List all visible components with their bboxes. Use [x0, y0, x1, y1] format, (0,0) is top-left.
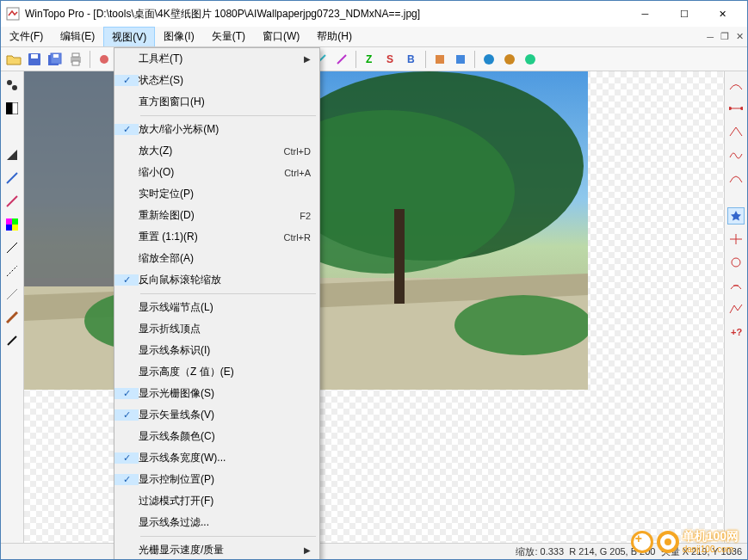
menu-item[interactable]: 缩放全部(A)	[114, 248, 319, 269]
svg-point-24	[12, 85, 17, 90]
lt-wedge-icon[interactable]	[3, 146, 21, 163]
shortcut-label: Ctrl+R	[284, 232, 311, 243]
menu-vector[interactable]: 矢量(T)	[203, 27, 254, 46]
lt-colors-icon[interactable]	[3, 216, 21, 233]
menu-item[interactable]: 过滤模式打开(F)	[114, 490, 319, 512]
cc1-icon[interactable]	[479, 50, 498, 69]
lt-line1-icon[interactable]	[3, 239, 21, 256]
cc3-icon[interactable]	[521, 50, 540, 69]
rt-v2-icon[interactable]	[727, 100, 745, 117]
rt-v8-icon[interactable]	[727, 277, 745, 294]
lt-dot-icon[interactable]	[3, 77, 21, 94]
menu-item[interactable]: 工具栏(T)▶	[114, 48, 319, 70]
menu-item[interactable]: 显示线条颜色(C)	[114, 426, 319, 447]
rt-v1-icon[interactable]	[727, 77, 745, 94]
menu-item[interactable]: 显示高度（Z 值）(E)	[114, 361, 319, 383]
svg-rect-8	[72, 61, 79, 65]
rt-v3-icon[interactable]	[727, 123, 745, 140]
watermark: 单机100网 danji100.com	[631, 529, 739, 554]
menu-item[interactable]: 显示折线顶点	[114, 318, 319, 340]
lt-line2-icon[interactable]	[3, 262, 21, 280]
rt-star-icon[interactable]	[727, 207, 745, 225]
svg-rect-18	[436, 55, 444, 64]
saveall-icon[interactable]	[46, 50, 65, 69]
menu-item[interactable]: ✓状态栏(S)	[114, 70, 319, 91]
menu-item-label: 工具栏(T)	[139, 52, 302, 66]
svg-point-37	[454, 295, 588, 355]
menu-item-label: 显示线条颜色(C)	[139, 429, 311, 444]
save-icon[interactable]	[25, 50, 44, 69]
menu-item[interactable]: 光栅显示速度/质量▶	[114, 539, 319, 560]
svg-point-22	[525, 54, 535, 65]
rt-help-icon[interactable]: +?	[727, 323, 745, 341]
menu-item-label: 反向鼠标滚轮缩放	[139, 273, 311, 287]
menu-item[interactable]: 显示线条过滤...	[114, 512, 319, 533]
lt-brush-icon[interactable]	[3, 309, 21, 326]
svg-rect-26	[12, 102, 18, 114]
mdi-close-icon[interactable]: ✕	[736, 31, 744, 42]
rt-v7-icon[interactable]	[727, 254, 745, 271]
menu-item[interactable]: 显示线端节点(L)	[114, 297, 319, 318]
menu-item[interactable]: 放大(Z)Ctrl+D	[114, 140, 319, 162]
submenu-arrow-icon: ▶	[302, 54, 311, 64]
mdi-minimize-icon[interactable]: ─	[707, 32, 714, 42]
lt-line3-icon[interactable]	[3, 286, 21, 303]
lt-slash2-icon[interactable]	[3, 193, 21, 210]
menu-help[interactable]: 帮助(H)	[308, 27, 361, 46]
maximize-button[interactable]: ☐	[665, 2, 703, 27]
lt-bw-icon[interactable]	[3, 100, 21, 117]
mdi-window-controls: ─ ❐ ✕	[707, 27, 747, 46]
sq2-icon[interactable]	[451, 50, 470, 69]
menu-item[interactable]: 重置 (1:1)(R)Ctrl+R	[114, 226, 319, 248]
toolbar-sep	[474, 51, 475, 68]
check-icon: ✓	[114, 274, 139, 286]
open-icon[interactable]	[4, 50, 23, 69]
tool-a-icon[interactable]	[95, 50, 114, 69]
menu-item[interactable]: ✓反向鼠标滚轮缩放	[114, 269, 319, 291]
menu-item-label: 显示线条过滤...	[139, 515, 311, 530]
rt-v9-icon[interactable]	[727, 300, 745, 317]
menu-item-label: 状态栏(S)	[139, 73, 311, 88]
menu-edit[interactable]: 编辑(E)	[52, 27, 103, 46]
s-icon[interactable]: S	[381, 50, 400, 69]
lt-pen-icon[interactable]	[3, 332, 21, 349]
menu-item[interactable]: ✓放大/缩小光标(M)	[114, 119, 319, 140]
rt-v5-icon[interactable]	[727, 169, 745, 187]
menu-file[interactable]: 文件(F)	[1, 27, 52, 46]
cc2-icon[interactable]	[500, 50, 519, 69]
menu-item-label: 实时定位(P)	[139, 187, 311, 201]
menu-item[interactable]: 显示线条标识(I)	[114, 340, 319, 361]
menu-item[interactable]: ✓显示线条宽度(W)...	[114, 447, 319, 469]
left-toolbar	[1, 71, 24, 543]
menu-item[interactable]: 直方图窗口(H)	[114, 91, 319, 113]
close-button[interactable]: ✕	[703, 2, 742, 27]
menu-item[interactable]: ✓显示光栅图像(S)	[114, 383, 319, 404]
menu-item[interactable]: 缩小(O)Ctrl+A	[114, 162, 319, 183]
lt-moon-icon[interactable]	[3, 123, 21, 140]
right-toolbar: +?	[724, 71, 747, 543]
menu-divider	[140, 293, 316, 294]
rt-v4-icon[interactable]	[727, 146, 745, 163]
menu-item[interactable]: ✓显示矢量线条(V)	[114, 404, 319, 426]
pen3-icon[interactable]	[332, 50, 351, 69]
print-icon[interactable]	[66, 50, 85, 69]
svg-point-41	[732, 258, 740, 267]
toolbar-sep	[90, 51, 90, 68]
minimize-button[interactable]: ─	[626, 2, 665, 27]
z-icon[interactable]: Z	[361, 50, 380, 69]
menubar: 文件(F) 编辑(E) 视图(V) 图像(I) 矢量(T) 窗口(W) 帮助(H…	[1, 27, 747, 47]
mdi-restore-icon[interactable]: ❐	[720, 31, 729, 42]
menu-window[interactable]: 窗口(W)	[254, 27, 308, 46]
menu-item[interactable]: 实时定位(P)	[114, 183, 319, 205]
lt-slash1-icon[interactable]	[3, 169, 21, 187]
sq1-icon[interactable]	[430, 50, 449, 69]
b-icon[interactable]: B	[402, 50, 421, 69]
menu-item[interactable]: 重新绘图(D)F2	[114, 205, 319, 226]
menu-item-label: 过滤模式打开(F)	[139, 494, 311, 508]
menu-image[interactable]: 图像(I)	[155, 27, 202, 46]
menu-view[interactable]: 视图(V)	[103, 27, 155, 46]
rt-v6-icon[interactable]	[727, 231, 745, 248]
check-icon: ✓	[114, 452, 139, 464]
svg-text:+?: +?	[731, 327, 742, 337]
menu-item[interactable]: ✓显示控制位置(P)	[114, 469, 319, 490]
